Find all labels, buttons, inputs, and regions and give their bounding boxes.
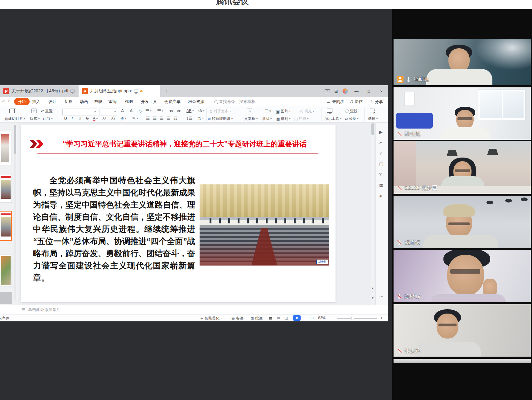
present-tools-icon[interactable] [327, 109, 332, 113]
strikethrough-button[interactable]: S [86, 116, 89, 120]
previous-slide-icon[interactable]: ▴ [370, 286, 375, 290]
close-button[interactable]: × [377, 89, 385, 94]
clear-format-icon[interactable]: ◇ [138, 109, 142, 113]
star-favorite-icon[interactable]: ☆ [379, 151, 383, 156]
tab-ppt-document[interactable]: P 九月组织生活ppt.pptx [79, 85, 160, 97]
select-icon[interactable] [370, 109, 375, 113]
normal-view-icon[interactable]: ▤ [269, 316, 272, 320]
bold-button[interactable]: B [64, 116, 67, 120]
quick-access-chevron-icon[interactable]: ▾ [8, 100, 10, 103]
diamond-tool-icon[interactable]: ◈ [379, 193, 383, 198]
fill-button[interactable]: ◇填充▾ [300, 109, 314, 114]
shape-icon[interactable]: ▢○ [264, 109, 271, 113]
decrease-indent-icon[interactable]: ≪ [169, 109, 174, 113]
underline-button[interactable]: U [79, 116, 81, 120]
slide-thumbnail-3-current[interactable] [0, 211, 12, 241]
distribute-icon[interactable]: ☷ [173, 116, 177, 120]
slide-thumbnail-5[interactable] [0, 292, 12, 304]
notes-bar[interactable]: ☰ 单击此处添加备注 [18, 305, 371, 314]
italic-button[interactable]: I [72, 116, 73, 120]
menu-transition[interactable]: 切换 [65, 99, 73, 105]
decrease-font-icon[interactable]: A⁻ [130, 109, 135, 113]
play-from-slide-icon[interactable]: ▶ [379, 129, 383, 134]
maximize-button[interactable]: □ [365, 89, 373, 94]
comments-toggle-button[interactable]: ⊞ 批注 [251, 316, 263, 321]
to-smart-graphic-button[interactable]: ⊕转智能图形▾ [208, 116, 233, 121]
menu-devtools[interactable]: 开发工具 [141, 99, 157, 105]
minimize-button[interactable]: — [352, 89, 360, 94]
increase-indent-icon[interactable]: ≫ [177, 109, 181, 113]
numbered-list-icon[interactable]: ☰▾ [157, 109, 163, 113]
font-family-select[interactable] [62, 109, 97, 115]
fit-slide-icon[interactable]: ⊡ [311, 316, 314, 320]
slide-sorter-view-icon[interactable]: ⊞ [277, 316, 280, 320]
more-menu-icon[interactable]: ⋮ [375, 99, 379, 104]
section-button[interactable]: ⊓节▾ [43, 116, 53, 121]
menu-templates[interactable]: 稻壳资源 [188, 99, 204, 105]
account-avatar[interactable] [342, 88, 348, 94]
missing-font-warning[interactable]: 失字体 [0, 316, 9, 321]
slide-nav-icon[interactable]: ⋮ [370, 291, 375, 295]
textbox-icon[interactable]: A [247, 109, 252, 113]
start-slideshow-button[interactable] [293, 315, 301, 321]
collaborate-button[interactable]: 协作 [350, 99, 363, 105]
layout-button[interactable]: 版式▾ [30, 116, 40, 121]
participant-tile[interactable]: S2185 范梦园 [394, 141, 531, 194]
pinyin-guide-button[interactable]: 拼▾ [120, 116, 126, 121]
zoom-level[interactable]: 83% [318, 316, 326, 320]
gallery-tool-icon[interactable]: ▦ [379, 183, 383, 188]
bullet-list-icon[interactable]: ☰▾ [145, 109, 152, 113]
apps-grid-icon[interactable]: ⊞ [334, 89, 338, 93]
replace-button[interactable]: ⇄替换▾ [345, 116, 358, 121]
subscript-button[interactable]: X₂ [111, 116, 115, 120]
line-spacing-icon[interactable]: ↕A▾ [197, 109, 204, 113]
find-button[interactable]: 查找 [346, 109, 357, 114]
layout-icon[interactable]: ≡ [31, 109, 36, 113]
menu-slideshow[interactable]: 放映 [94, 99, 102, 105]
slide-thumbnail-2[interactable] [0, 174, 12, 203]
window-tool-icon[interactable]: ▢ [379, 161, 383, 166]
participant-tile[interactable]: 陈琳锴 [394, 250, 531, 302]
present-tools-button[interactable]: 演示工具▾ [324, 116, 341, 121]
collapse-ribbon-icon[interactable]: ⌃ [382, 99, 385, 104]
notes-toggle-button[interactable]: ☰ 备注 [231, 316, 244, 321]
slide-canvas[interactable]: “学习习近平总书记重要讲话精神，迎接党的二十大”专题研讨班上的重要讲话 全党必须… [21, 124, 336, 302]
menu-insert[interactable]: 插入 [32, 99, 40, 105]
menu-membership[interactable]: 会员专享 [164, 99, 181, 105]
justify-icon[interactable]: ☰ [167, 116, 171, 120]
zoom-out-button[interactable]: − [331, 316, 333, 320]
slide-thumbnail-4[interactable] [0, 255, 12, 286]
zoom-slider-knob[interactable] [351, 317, 355, 320]
menu-review[interactable]: 审阅 [109, 99, 117, 105]
zoom-in-button[interactable]: + [380, 316, 383, 320]
new-slide-button[interactable]: 新建幻灯片▾ [4, 116, 25, 121]
menu-view[interactable]: 视图 [125, 99, 133, 105]
command-search[interactable]: 查找命令、搜索模板 [214, 99, 255, 105]
outline-button[interactable]: ▢轮廓▾ [294, 116, 308, 121]
split-window-icon[interactable]: 2 [325, 89, 330, 93]
participant-tile-partial[interactable] [394, 359, 531, 363]
reset-button[interactable]: ↶重置 [41, 109, 53, 114]
font-color-button[interactable]: A▾ [93, 116, 98, 121]
shape-button[interactable]: 形状▾ [262, 116, 272, 121]
zoom-slider-track[interactable] [337, 318, 377, 319]
reading-view-icon[interactable]: ◫ [284, 316, 288, 320]
undo-icon[interactable]: ↶ [2, 99, 5, 104]
participant-tile[interactable]: 魏孟镐 [394, 196, 531, 248]
participant-tile[interactable]: 冯凯迪 [394, 39, 531, 85]
menu-animation[interactable]: 动画 [80, 99, 88, 105]
font-size-select[interactable] [99, 109, 117, 115]
align-right-icon[interactable]: ☰ [160, 116, 164, 120]
arrange-button[interactable]: ▦排列▾ [276, 116, 290, 121]
more-tools-icon[interactable]: ⋯ [379, 294, 384, 299]
increase-font-icon[interactable]: A⁺ [121, 109, 126, 113]
superscript-button[interactable]: X² [102, 116, 106, 120]
sync-status[interactable]: ☁ 未同步 [326, 99, 344, 105]
menu-home[interactable]: 开始 [14, 98, 30, 105]
menu-design[interactable]: 设计 [48, 99, 56, 105]
textbox-button[interactable]: 文本框▾ [244, 116, 258, 121]
picture-button[interactable]: ▣图片▾ [276, 109, 290, 114]
highlighter-button[interactable]: ✎▾ [132, 116, 138, 120]
thumbnail-scrollbar[interactable] [14, 125, 16, 300]
smart-beautify-button[interactable]: ✦ 智能美化 ▲ [200, 316, 223, 321]
